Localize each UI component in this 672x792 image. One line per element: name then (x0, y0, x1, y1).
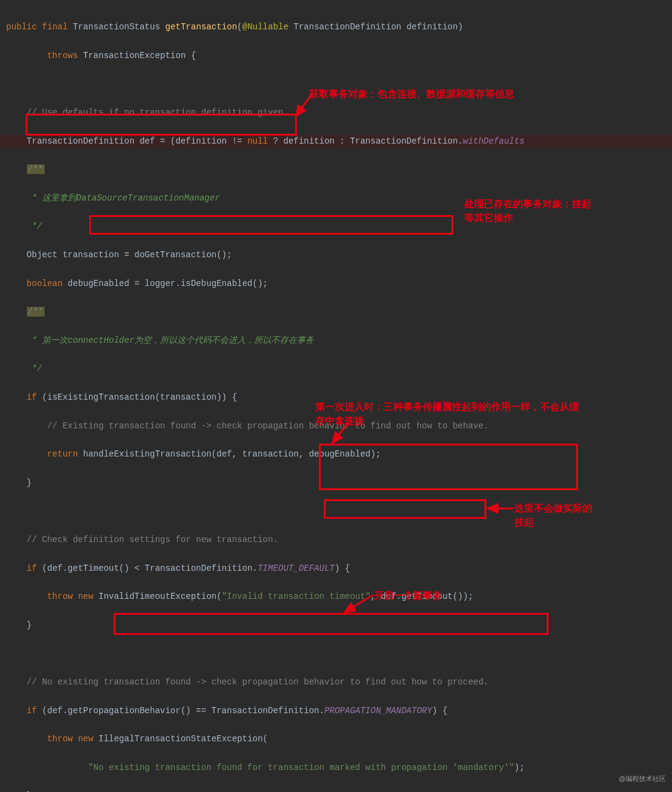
code-line: // No existing transaction found -> chec… (0, 675, 672, 689)
code-line: * 第一次connectHolder为空，所以这个代码不会进入，所以不存在事务 (0, 334, 672, 348)
code-line (0, 77, 672, 91)
code-line: Object transaction = doGetTransaction(); (0, 248, 672, 262)
code-line: */ (0, 219, 672, 233)
code-line: if (def.getTimeout() < TransactionDefini… (0, 562, 672, 576)
code-line: throw new InvalidTimeoutException("Inval… (0, 590, 672, 604)
code-line: // Check definition settings for new tra… (0, 533, 672, 547)
code-line: } (0, 789, 672, 792)
watermark: @编程技术社区 (619, 772, 666, 786)
code-line: if (def.getPropagationBehavior() == Tran… (0, 704, 672, 718)
code-line (0, 647, 672, 661)
code-line: throw new IllegalTransactionStateExcepti… (0, 732, 672, 746)
code-line: throws TransactionException { (0, 49, 672, 63)
code-line: return handleExistingTransaction(def, tr… (0, 447, 672, 461)
code-line: /** (0, 163, 672, 177)
code-line: /** (0, 305, 672, 319)
code-line: // Existing transaction found -> check p… (0, 419, 672, 433)
code-line: * 这里拿到DataSourceTransactionManager (0, 191, 672, 205)
code-line: "No existing transaction found for trans… (0, 761, 672, 775)
code-line: } (0, 476, 672, 490)
code-line: public final TransactionStatus getTransa… (0, 20, 672, 34)
code-line: } (0, 618, 672, 632)
code-line: TransactionDefinition def = (definition … (0, 134, 672, 148)
code-line (0, 504, 672, 518)
code-line: */ (0, 362, 672, 376)
code-editor: public final TransactionStatus getTransa… (0, 0, 672, 792)
code-line: boolean debugEnabled = logger.isDebugEna… (0, 277, 672, 291)
code-line: // Use defaults if no transaction defini… (0, 106, 672, 120)
code-line: if (isExistingTransaction(transaction)) … (0, 391, 672, 405)
